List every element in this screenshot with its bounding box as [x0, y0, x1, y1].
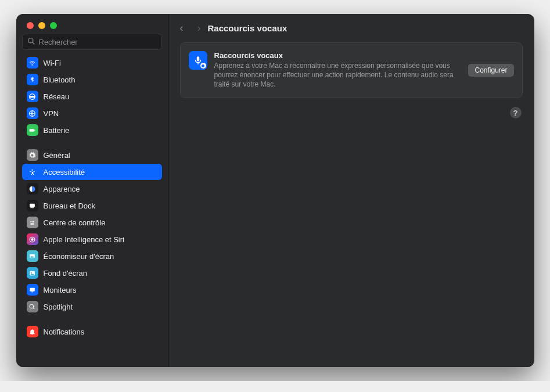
sidebar-item-label: Bureau et Dock: [44, 202, 96, 210]
close-button[interactable]: [27, 22, 34, 29]
svg-point-6: [30, 221, 31, 222]
content-area: Raccourcis vocaux Apprenez à votre Mac à…: [168, 40, 534, 110]
wallpaper-icon: [27, 267, 38, 279]
spotlight-icon: [27, 301, 38, 312]
sidebar-item-label: Notifications: [44, 328, 85, 336]
svg-point-3: [31, 169, 33, 170]
svg-rect-4: [30, 203, 35, 207]
sidebar-item-screensaver[interactable]: Économiseur d'écran: [22, 248, 162, 264]
wifi-icon: [27, 57, 38, 69]
svg-rect-2: [34, 130, 35, 131]
search-input[interactable]: [39, 38, 157, 46]
settings-window: Wi-FiBluetoothRéseauVPNBatterieGénéralAc…: [16, 14, 534, 367]
search-wrap: [16, 34, 168, 55]
help-button[interactable]: ?: [510, 107, 522, 118]
sidebar-item-label: Centre de contrôle: [44, 218, 106, 227]
dock-icon: [27, 200, 38, 211]
svg-rect-8: [30, 223, 34, 224]
sidebar-list[interactable]: Wi-FiBluetoothRéseauVPNBatterieGénéralAc…: [16, 55, 168, 367]
sidebar-item-vpn[interactable]: VPN: [22, 105, 162, 121]
svg-rect-1: [30, 129, 34, 131]
battery-icon: [27, 124, 38, 136]
sidebar-item-wifi[interactable]: Wi-Fi: [22, 55, 162, 71]
sidebar-item-appearance[interactable]: Apparence: [22, 181, 162, 197]
screensaver-icon: [27, 250, 38, 262]
network-icon: [27, 91, 38, 102]
appearance-icon: [27, 183, 38, 195]
sidebar-item-displays[interactable]: Moniteurs: [22, 282, 162, 298]
sidebar-item-spotlight[interactable]: Spotlight: [22, 299, 162, 315]
control-icon: [27, 217, 38, 228]
zoom-button[interactable]: [50, 22, 57, 29]
voice-shortcuts-icon: [189, 51, 207, 70]
search-field[interactable]: [22, 34, 162, 50]
sidebar-item-label: Moniteurs: [44, 286, 77, 294]
sidebar-item-wallpaper[interactable]: Fond d'écran: [22, 265, 162, 281]
card-text: Raccourcis vocaux Apprenez à votre Mac à…: [214, 51, 462, 89]
card-title: Raccourcis vocaux: [214, 51, 462, 60]
sidebar-item-label: Réseau: [44, 92, 70, 101]
main-header: ‹ › Raccourcis vocaux: [168, 14, 534, 40]
siri-icon: [27, 233, 38, 245]
page-title: Raccourcis vocaux: [208, 23, 287, 33]
accessibility-icon: [27, 166, 38, 178]
sidebar-item-label: Apparence: [44, 185, 80, 193]
titlebar: [16, 14, 168, 34]
gear-icon: [27, 149, 38, 161]
svg-rect-15: [31, 292, 33, 292]
sidebar: Wi-FiBluetoothRéseauVPNBatterieGénéralAc…: [16, 14, 168, 367]
sidebar-item-accessibility[interactable]: Accessibilité: [22, 164, 162, 180]
sidebar-item-label: Accessibilité: [44, 168, 85, 177]
sidebar-item-label: Batterie: [44, 126, 70, 135]
sidebar-item-bell[interactable]: Notifications: [22, 323, 162, 340]
vpn-icon: [27, 107, 38, 119]
sidebar-item-label: Wi-Fi: [44, 59, 61, 67]
card-description: Apprenez à votre Mac à reconnaître une e…: [214, 61, 462, 89]
sidebar-item-label: Bluetooth: [44, 75, 76, 84]
forward-button[interactable]: ›: [197, 22, 201, 34]
sidebar-item-dock[interactable]: Bureau et Dock: [22, 197, 162, 214]
nav-arrows: ‹ ›: [180, 22, 201, 34]
svg-point-10: [31, 238, 33, 240]
configure-button[interactable]: Configurer: [468, 64, 513, 77]
bell-icon: [27, 326, 38, 337]
sidebar-item-bluetooth[interactable]: Bluetooth: [22, 71, 162, 88]
search-icon: [27, 37, 35, 47]
svg-point-13: [31, 272, 32, 273]
main-panel: ‹ › Raccourcis vocaux Raccourcis vocaux …: [168, 14, 534, 367]
sidebar-item-battery[interactable]: Batterie: [22, 122, 162, 138]
minimize-button[interactable]: [38, 22, 45, 29]
svg-rect-7: [33, 221, 34, 222]
bluetooth-icon: [27, 74, 38, 85]
voice-shortcuts-card: Raccourcis vocaux Apprenez à votre Mac à…: [180, 42, 523, 98]
sidebar-item-label: VPN: [44, 109, 59, 118]
sidebar-item-control[interactable]: Centre de contrôle: [22, 214, 162, 231]
sidebar-item-label: Fond d'écran: [44, 269, 87, 278]
sidebar-item-label: Apple Intelligence et Siri: [44, 235, 124, 244]
sidebar-item-label: Général: [44, 151, 70, 160]
sidebar-item-network[interactable]: Réseau: [22, 88, 162, 105]
settings-badge-icon: [200, 63, 206, 69]
svg-rect-5: [30, 207, 34, 208]
sidebar-item-label: Spotlight: [44, 303, 73, 311]
sidebar-item-gear[interactable]: Général: [22, 147, 162, 163]
svg-rect-14: [30, 287, 35, 291]
sidebar-item-siri[interactable]: Apple Intelligence et Siri: [22, 231, 162, 247]
back-button[interactable]: ‹: [180, 22, 184, 34]
sidebar-item-label: Économiseur d'écran: [44, 252, 114, 261]
traffic-lights: [27, 22, 57, 29]
displays-icon: [27, 284, 38, 296]
